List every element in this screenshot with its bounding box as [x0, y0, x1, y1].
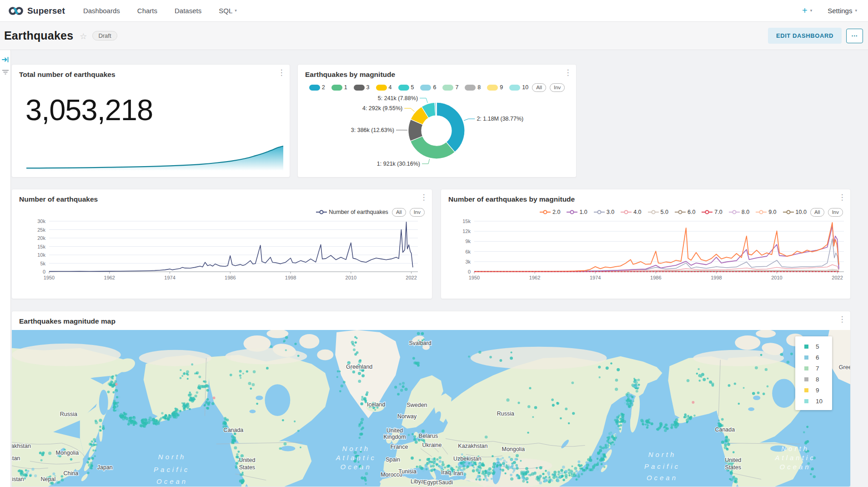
- svg-text:Sweden: Sweden: [407, 402, 427, 408]
- legend-item[interactable]: 4.0: [621, 209, 641, 215]
- kebab-menu-icon[interactable]: [564, 69, 572, 76]
- legend-item[interactable]: 7.0: [702, 209, 722, 215]
- chevron-down-icon: [235, 9, 237, 13]
- chart-title: Number of earthquakes by magnitude: [441, 189, 850, 203]
- nav-item-datasets[interactable]: Datasets: [175, 7, 201, 15]
- legend-item[interactable]: 7: [442, 84, 458, 91]
- svg-text:15k: 15k: [462, 218, 471, 224]
- favorite-star-icon[interactable]: [80, 31, 87, 41]
- svg-text:Russia: Russia: [497, 411, 514, 417]
- settings-menu[interactable]: Settings: [828, 7, 857, 15]
- svg-text:Ocean: Ocean: [156, 477, 188, 485]
- legend-all-button[interactable]: All: [532, 83, 546, 92]
- big-number-value: 3,053,218: [25, 93, 153, 127]
- svg-text:Japan: Japan: [97, 464, 113, 471]
- svg-text:Nepal: Nepal: [41, 476, 56, 482]
- kebab-menu-icon[interactable]: [420, 193, 428, 201]
- legend-item[interactable]: 10: [509, 84, 528, 91]
- svg-text:2022: 2022: [832, 275, 843, 280]
- svg-text:3: 386k (12.63%): 3: 386k (12.63%): [351, 127, 394, 133]
- more-options-button[interactable]: ···: [846, 29, 863, 43]
- svg-text:China: China: [64, 470, 79, 477]
- legend-item[interactable]: 6.0: [675, 209, 695, 215]
- legend-item[interactable]: 8: [465, 84, 481, 91]
- draft-badge: Draft: [92, 31, 117, 41]
- map-canvas[interactable]: RussiaMongoliaChinazakhstankistanakistan…: [12, 330, 850, 487]
- svg-text:Atlantic: Atlantic: [775, 454, 816, 462]
- legend-item[interactable]: 1.0: [567, 209, 587, 215]
- svg-text:2: 1.18M (38.77%): 2: 1.18M (38.77%): [477, 116, 523, 122]
- map-legend-item: 9: [795, 385, 832, 396]
- filter-icon[interactable]: [2, 69, 9, 76]
- edit-dashboard-button[interactable]: EDIT DASHBOARD: [768, 28, 842, 44]
- legend-item[interactable]: 5: [398, 84, 414, 91]
- kebab-menu-icon[interactable]: [838, 193, 846, 201]
- svg-text:2010: 2010: [771, 275, 782, 280]
- svg-text:France: France: [391, 444, 408, 451]
- kebab-menu-icon[interactable]: [838, 315, 846, 323]
- svg-text:15k: 15k: [37, 244, 45, 249]
- legend-item[interactable]: 10.0: [783, 209, 807, 215]
- legend-all-button[interactable]: All: [392, 208, 406, 217]
- svg-text:Ocean: Ocean: [780, 463, 811, 471]
- legend-item[interactable]: 3.0: [594, 209, 614, 215]
- legend-item[interactable]: 1: [331, 84, 347, 91]
- svg-text:Saudi: Saudi: [438, 479, 453, 486]
- legend-item[interactable]: 5.0: [648, 209, 668, 215]
- legend-item[interactable]: 3: [354, 84, 370, 91]
- legend-inv-button[interactable]: Inv: [828, 208, 843, 217]
- svg-text:akistan: akistan: [12, 476, 24, 482]
- map-legend-item: 8: [795, 374, 832, 385]
- nav-item-dashboards[interactable]: Dashboards: [83, 7, 120, 15]
- legend-item[interactable]: 2.0: [540, 209, 560, 215]
- time-series-chart: 05k10k15k20k25k30k1950196219741986199820…: [12, 217, 433, 281]
- svg-text:Iraq: Iraq: [441, 469, 451, 476]
- nav-item-sql[interactable]: SQL: [219, 7, 237, 15]
- chart-title: Earthquakes magnitude map: [12, 311, 850, 325]
- legend-item[interactable]: 9.0: [756, 209, 776, 215]
- chart-title: Total number of earthquakes: [12, 65, 290, 79]
- page-title: Earthquakes: [4, 29, 73, 42]
- svg-text:1998: 1998: [711, 275, 722, 280]
- svg-text:1986: 1986: [225, 275, 236, 280]
- svg-text:5k: 5k: [40, 261, 45, 266]
- svg-text:Ukraine: Ukraine: [422, 442, 442, 448]
- donut-chart: 2: 1.18M (38.77%)1: 921k (30.16%)3: 386k…: [298, 92, 577, 173]
- svg-text:Svalbard: Svalbard: [409, 340, 431, 346]
- legend-all-button[interactable]: All: [810, 208, 824, 217]
- svg-text:North: North: [158, 453, 186, 461]
- svg-text:1: 921k (30.16%): 1: 921k (30.16%): [377, 161, 420, 167]
- legend-item[interactable]: 2: [309, 84, 325, 91]
- kebab-menu-icon[interactable]: [277, 69, 286, 76]
- legend-inv-button[interactable]: Inv: [410, 208, 425, 217]
- legend-inv-button[interactable]: Inv: [550, 83, 565, 92]
- legend-item[interactable]: 6: [420, 84, 436, 91]
- svg-text:kistan: kistan: [12, 455, 20, 462]
- expand-filter-bar-icon[interactable]: [2, 56, 9, 63]
- world-map: RussiaMongoliaChinazakhstankistanakistan…: [12, 330, 850, 487]
- svg-text:6k: 6k: [465, 249, 471, 254]
- donut-legend: 21345678910 All Inv: [298, 82, 576, 92]
- svg-text:1962: 1962: [104, 275, 115, 280]
- legend-item[interactable]: 4: [376, 84, 392, 91]
- superset-logo[interactable]: Superset: [8, 5, 65, 16]
- new-item-button[interactable]: +: [802, 5, 812, 16]
- top-navbar: Superset Dashboards Charts Datasets SQL …: [0, 0, 868, 22]
- legend-item[interactable]: 8.0: [729, 209, 749, 215]
- card-total-earthquakes: Total number of earthquakes 3,053,218: [11, 64, 290, 178]
- svg-text:1950: 1950: [469, 275, 480, 280]
- svg-text:Canada: Canada: [224, 427, 244, 433]
- svg-text:5: 241k (7.88%): 5: 241k (7.88%): [378, 95, 418, 101]
- legend-item[interactable]: 9: [487, 84, 503, 91]
- svg-text:2010: 2010: [346, 275, 356, 280]
- nav-items: Dashboards Charts Datasets SQL: [83, 7, 237, 15]
- svg-text:1974: 1974: [590, 275, 601, 280]
- svg-text:Ocean: Ocean: [647, 474, 678, 482]
- svg-text:Iran: Iran: [453, 470, 463, 477]
- legend-item[interactable]: Number of earthquakes: [316, 209, 388, 215]
- svg-text:Pacific: Pacific: [154, 466, 190, 473]
- map-legend: 5678910: [795, 336, 832, 410]
- nav-item-charts[interactable]: Charts: [137, 7, 157, 15]
- brand-name: Superset: [27, 6, 65, 16]
- svg-text:States: States: [239, 464, 255, 471]
